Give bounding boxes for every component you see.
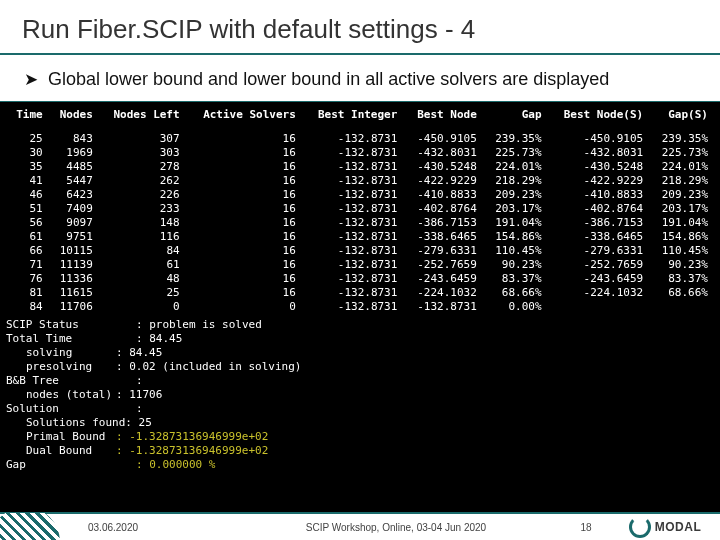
col-header: Best Integer [302, 106, 404, 132]
table-cell: 307 [99, 132, 186, 146]
table-cell: -132.8731 [302, 244, 404, 258]
table-cell: -132.8731 [302, 188, 404, 202]
table-cell: 0 [186, 300, 302, 314]
table-cell: -132.8731 [302, 258, 404, 272]
status-line: Gap: 0.000000 % [6, 458, 714, 472]
status-value: : 84.45 [116, 346, 162, 360]
progress-table: TimeNodesNodes LeftActive SolversBest In… [6, 106, 714, 314]
table-cell: 30 [6, 146, 49, 160]
status-line: SCIP Status: problem is solved [6, 318, 714, 332]
status-value: : -1.32873136946999e+02 [116, 444, 268, 458]
logo-swirl-icon [629, 516, 651, 538]
col-header: Time [6, 106, 49, 132]
table-cell: 48 [99, 272, 186, 286]
table-cell: 61 [99, 258, 186, 272]
col-header: Active Solvers [186, 106, 302, 132]
table-cell: 16 [186, 258, 302, 272]
table-cell: 110.45% [483, 244, 548, 258]
status-value: : [136, 374, 143, 388]
table-cell: 16 [186, 286, 302, 300]
status-value: : 11706 [116, 388, 162, 402]
table-cell: -224.1032 [403, 286, 482, 300]
bullet-row: ➤ Global lower bound and lower bound in … [0, 55, 720, 102]
table-cell: 209.23% [483, 188, 548, 202]
table-row: 71111396116-132.8731-252.765990.23%-252.… [6, 258, 714, 272]
table-cell: 16 [186, 202, 302, 216]
table-row: 841170600-132.8731-132.87310.00% [6, 300, 714, 314]
table-cell: 226 [99, 188, 186, 202]
table-cell: 16 [186, 146, 302, 160]
table-cell: -279.6331 [403, 244, 482, 258]
status-line: Primal Bound: -1.32873136946999e+02 [6, 430, 714, 444]
table-cell: 278 [99, 160, 186, 174]
table-cell: -252.7659 [403, 258, 482, 272]
table-row: 46642322616-132.8731-410.8833209.23%-410… [6, 188, 714, 202]
table-cell: -132.8731 [302, 272, 404, 286]
table-cell: -279.6331 [548, 244, 650, 258]
table-row: 30196930316-132.8731-432.8031225.73%-432… [6, 146, 714, 160]
table-cell: 11615 [49, 286, 99, 300]
slide-title: Run Fiber.SCIP with default settings - 4 [0, 0, 720, 55]
table-cell: 61 [6, 230, 49, 244]
table-cell: 66 [6, 244, 49, 258]
table-cell: -243.6459 [548, 272, 650, 286]
status-line: presolving: 0.02 (included in solving) [6, 360, 714, 374]
table-cell: -132.8731 [302, 160, 404, 174]
status-key: SCIP Status [6, 318, 136, 332]
table-cell: 11336 [49, 272, 99, 286]
table-cell: 11706 [49, 300, 99, 314]
table-cell: 0.00% [483, 300, 548, 314]
table-cell: 239.35% [483, 132, 548, 146]
table-cell: 56 [6, 216, 49, 230]
table-cell: -410.8833 [548, 188, 650, 202]
table-cell: 191.04% [483, 216, 548, 230]
table-cell: -252.7659 [548, 258, 650, 272]
table-cell: 224.01% [483, 160, 548, 174]
status-value: : -1.32873136946999e+02 [116, 430, 268, 444]
table-cell: 9097 [49, 216, 99, 230]
status-line: Dual Bound: -1.32873136946999e+02 [6, 444, 714, 458]
table-cell: 25 [6, 132, 49, 146]
table-cell: 41 [6, 174, 49, 188]
status-key: Dual Bound [6, 444, 116, 458]
table-cell: 843 [49, 132, 99, 146]
table-cell: -132.8731 [302, 174, 404, 188]
table-cell: 225.73% [483, 146, 548, 160]
table-cell: 116 [99, 230, 186, 244]
table-cell: 6423 [49, 188, 99, 202]
footer-logo: MODAL [610, 516, 720, 538]
table-cell: 84 [6, 300, 49, 314]
status-key: B&B Tree [6, 374, 136, 388]
table-cell: 4485 [49, 160, 99, 174]
status-block: SCIP Status: problem is solvedTotal Time… [6, 314, 714, 472]
table-cell: 218.29% [649, 174, 714, 188]
table-cell: 5447 [49, 174, 99, 188]
table-cell: -430.5248 [548, 160, 650, 174]
table-cell: 25 [99, 286, 186, 300]
status-key: Total Time [6, 332, 136, 346]
table-cell: 68.66% [483, 286, 548, 300]
table-cell: -430.5248 [403, 160, 482, 174]
table-cell: -422.9229 [403, 174, 482, 188]
table-cell: -386.7153 [548, 216, 650, 230]
table-cell: -450.9105 [403, 132, 482, 146]
table-cell: 76 [6, 272, 49, 286]
table-cell: 16 [186, 132, 302, 146]
table-row: 35448527816-132.8731-430.5248224.01%-430… [6, 160, 714, 174]
table-cell: 191.04% [649, 216, 714, 230]
table-cell: 148 [99, 216, 186, 230]
table-cell: -132.8731 [302, 216, 404, 230]
table-cell: -132.8731 [403, 300, 482, 314]
status-key: Solutions found [6, 416, 125, 430]
table-cell: 11139 [49, 258, 99, 272]
table-cell: -132.8731 [302, 300, 404, 314]
terminal-output: TimeNodesNodes LeftActive SolversBest In… [0, 102, 720, 540]
table-cell: 51 [6, 202, 49, 216]
status-line: Solutions found: 25 [6, 416, 714, 430]
status-value: : 0.02 (included in solving) [116, 360, 301, 374]
table-cell: 0 [99, 300, 186, 314]
table-cell [649, 300, 714, 314]
table-cell: 9751 [49, 230, 99, 244]
footer-page: 18 [562, 522, 610, 533]
table-cell: 262 [99, 174, 186, 188]
